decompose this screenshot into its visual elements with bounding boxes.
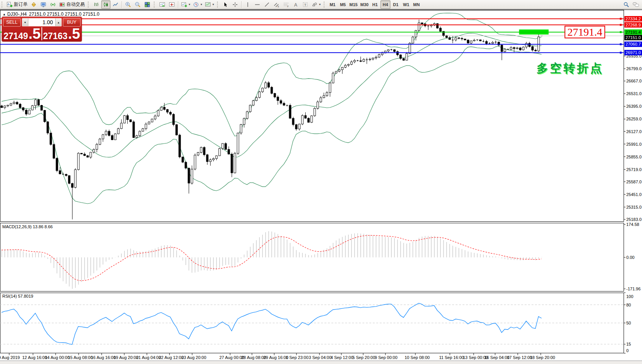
time-axis-label: 9 Aug 2019 [0, 355, 20, 360]
time-axis-label: 18 Sep 20:00 [530, 355, 555, 360]
volume-input[interactable] [28, 18, 55, 26]
turning-point-annotation[interactable]: 多空转折点 [537, 61, 604, 76]
svg-text:27268.9: 27268.9 [626, 23, 641, 27]
time-axis-label: 21 Aug 04:00 [136, 355, 161, 360]
time-axis-label: 29 Aug 16:00 [263, 355, 288, 360]
time-axis-label: 17 Sep 12:00 [507, 355, 532, 360]
svg-text:27151.0: 27151.0 [626, 35, 641, 40]
time-axis-label: 3 Sep 04:00 [309, 355, 331, 360]
buy-button[interactable]: BUY [63, 18, 81, 26]
svg-text:25451.0: 25451.0 [626, 192, 642, 197]
time-axis-label: 4 Sep 12:00 [331, 355, 353, 360]
chart-title: DJ30-,H4 [7, 12, 27, 17]
svg-text:26799.0: 26799.0 [626, 66, 642, 71]
time-axis-label: 12 Aug 16:00 [22, 355, 47, 360]
svg-text:-171.96: -171.96 [626, 287, 640, 291]
svg-text:25719.0: 25719.0 [626, 167, 642, 172]
volume-stepper: ▼ ▲ [22, 18, 62, 26]
time-axis-label: 19 Aug 20:00 [114, 355, 138, 360]
svg-text:27060.7: 27060.7 [626, 42, 641, 46]
arrow-up-icon: ▲ [57, 21, 60, 24]
svg-text:26395.0: 26395.0 [626, 104, 642, 109]
buy-price-main: 27163 [43, 32, 67, 40]
time-axis-label: 1 Sep 23:00 [286, 355, 308, 360]
mt4-window: 新订单 自动交易 [0, 0, 642, 364]
volume-increase-button[interactable]: ▲ [55, 18, 61, 26]
time-axis-label: 11 Sep 16:00 [439, 355, 464, 360]
svg-text:100: 100 [626, 294, 633, 299]
chart-canvas[interactable]: 26935.026799.026667.026531.026395.026259… [0, 0, 642, 364]
time-axis-label: 14 Aug 00:00 [45, 355, 70, 360]
svg-text:26259.0: 26259.0 [626, 117, 642, 121]
svg-text:25183.0: 25183.0 [626, 217, 642, 222]
svg-text:25991.0: 25991.0 [626, 142, 642, 147]
chart-header: ▲DJ30-,H427151.0 27151.0 27151.0 27151.0 [3, 12, 102, 17]
macd-indicator-label: MACD(12,26,9) 13.86 8.66 [2, 224, 53, 229]
svg-text:174.58: 174.58 [626, 222, 639, 227]
sell-price[interactable]: 27149.5 [3, 27, 41, 40]
svg-text:0: 0 [626, 348, 629, 353]
time-axis-label: 16 Sep 04:00 [484, 355, 509, 360]
svg-text:25855.0: 25855.0 [626, 155, 642, 159]
time-axis-label: 16 Aug 16:00 [91, 355, 116, 360]
svg-text:26531.0: 26531.0 [626, 91, 642, 96]
rsi-indicator-label: RSI(14) 57.8019 [2, 294, 33, 298]
svg-text:26127.0: 26127.0 [626, 129, 642, 134]
buy-price-pips: .5 [68, 27, 80, 40]
price-callout-label[interactable]: 27191.4 [565, 26, 605, 38]
arrow-down-icon: ▼ [24, 21, 26, 24]
svg-text:26667.0: 26667.0 [626, 79, 642, 83]
time-axis-label: 15 Aug 08:00 [68, 355, 93, 360]
sell-price-pips: .5 [28, 27, 41, 40]
svg-text:27191.4: 27191.4 [626, 30, 641, 35]
collapse-icon[interactable]: ▲ [3, 13, 6, 16]
sell-price-main: 27149 [3, 32, 28, 40]
time-axis-label: 23 Aug 20:00 [181, 355, 206, 360]
time-axis-label: 22 Aug 12:00 [159, 355, 184, 360]
chart-ohlc: 27151.0 27151.0 27151.0 27151.0 [29, 12, 100, 17]
time-axis-label: 9 Sep 00:00 [375, 355, 397, 360]
buy-price[interactable]: 27163.5 [43, 27, 81, 40]
svg-text:80: 80 [626, 303, 631, 307]
svg-text:0.00: 0.00 [626, 255, 634, 260]
time-axis-label: 10 Sep 08:00 [405, 355, 430, 360]
svg-text:27334.2: 27334.2 [626, 16, 641, 21]
time-axis-label: 5 Sep 20:00 [352, 355, 375, 360]
svg-text:25315.0: 25315.0 [626, 205, 642, 209]
volume-decrease-button[interactable]: ▼ [22, 18, 28, 26]
svg-text:26971.0: 26971.0 [626, 50, 641, 55]
svg-text:15: 15 [626, 342, 631, 346]
sell-button[interactable]: SELL [3, 18, 21, 26]
svg-text:50: 50 [626, 321, 631, 325]
svg-text:25587.0: 25587.0 [626, 180, 642, 184]
one-click-trading-panel: SELL ▼ ▲ BUY 27149.5 27163.5 [2, 17, 82, 41]
time-axis-label: 28 Aug 08:00 [241, 355, 266, 360]
time-axis-label: 27 Aug 00:00 [219, 355, 244, 360]
panel-divider [41, 27, 42, 40]
